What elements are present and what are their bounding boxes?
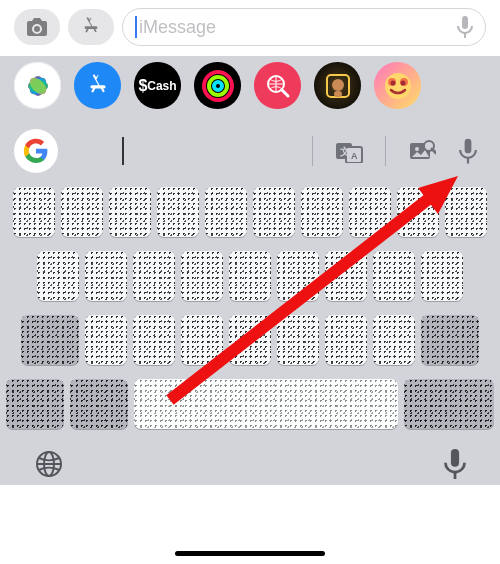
key[interactable] xyxy=(205,187,247,237)
app-drawer-button[interactable] xyxy=(68,9,114,45)
globe-search-icon xyxy=(265,73,291,99)
translate-icon: 文A xyxy=(335,139,363,163)
image-search-icon xyxy=(408,139,436,163)
svg-point-19 xyxy=(388,78,396,86)
gboard-toolbar: 文A xyxy=(0,125,500,181)
key[interactable] xyxy=(277,251,319,301)
gboard-translate-button[interactable]: 文A xyxy=(331,133,367,169)
key[interactable] xyxy=(277,315,319,365)
numbers-key[interactable] xyxy=(6,379,64,429)
google-button[interactable] xyxy=(14,129,58,173)
svg-text:文: 文 xyxy=(339,146,350,157)
key[interactable] xyxy=(373,315,415,365)
key[interactable] xyxy=(85,251,127,301)
app-store-icon xyxy=(80,16,102,38)
app-apple-cash[interactable]: $Cash xyxy=(134,62,181,109)
activity-rings-icon xyxy=(201,69,235,103)
svg-point-26 xyxy=(415,147,419,151)
app-photos[interactable] xyxy=(14,62,61,109)
app-search[interactable] xyxy=(254,62,301,109)
space-key[interactable] xyxy=(134,379,398,429)
gboard-image-search-button[interactable] xyxy=(404,133,440,169)
key[interactable] xyxy=(253,187,295,237)
app-animoji[interactable] xyxy=(374,62,421,109)
key[interactable] xyxy=(61,187,103,237)
toolbar-separator xyxy=(385,136,386,166)
app-memoji[interactable] xyxy=(314,62,361,109)
dictation-button[interactable] xyxy=(444,449,466,483)
globe-button[interactable] xyxy=(34,449,64,483)
toolbar-separator xyxy=(312,136,313,166)
camera-icon xyxy=(25,17,49,37)
svg-line-28 xyxy=(432,149,436,153)
svg-point-9 xyxy=(209,77,227,95)
return-key[interactable] xyxy=(404,379,494,429)
svg-point-16 xyxy=(385,73,411,99)
svg-text:A: A xyxy=(351,151,358,161)
cash-label: Cash xyxy=(147,79,176,93)
appstore-a-icon xyxy=(85,73,111,99)
camera-button[interactable] xyxy=(14,9,60,45)
gboard-mic-button[interactable] xyxy=(450,133,486,169)
svg-point-14 xyxy=(332,79,344,91)
key[interactable] xyxy=(397,187,439,237)
message-input-bar: iMessage xyxy=(0,0,500,56)
app-appstore[interactable] xyxy=(74,62,121,109)
memoji-icon xyxy=(323,71,353,101)
key[interactable] xyxy=(157,187,199,237)
key[interactable] xyxy=(37,251,79,301)
svg-rect-15 xyxy=(334,91,342,97)
key[interactable] xyxy=(109,187,151,237)
keyboard-area: 文A xyxy=(0,119,500,485)
key[interactable] xyxy=(13,187,55,237)
key[interactable] xyxy=(181,251,223,301)
cash-dollar-icon: $ xyxy=(138,77,147,95)
key[interactable] xyxy=(133,315,175,365)
key[interactable] xyxy=(373,251,415,301)
microphone-icon xyxy=(459,138,477,164)
key[interactable] xyxy=(349,187,391,237)
shift-key[interactable] xyxy=(21,315,79,365)
gboard-text-cursor xyxy=(122,137,124,165)
svg-point-10 xyxy=(214,82,222,90)
key[interactable] xyxy=(85,315,127,365)
text-cursor xyxy=(135,16,137,38)
key[interactable] xyxy=(325,251,367,301)
message-text-field[interactable]: iMessage xyxy=(122,8,486,46)
dictation-icon xyxy=(444,449,466,479)
key[interactable] xyxy=(133,251,175,301)
key[interactable] xyxy=(421,251,463,301)
message-placeholder: iMessage xyxy=(139,17,457,38)
imessage-app-strip: $Cash xyxy=(0,56,500,119)
key[interactable] xyxy=(445,187,487,237)
google-g-icon xyxy=(23,138,49,164)
emoji-key[interactable] xyxy=(70,379,128,429)
backspace-key[interactable] xyxy=(421,315,479,365)
mic-icon[interactable] xyxy=(457,16,473,38)
photos-icon xyxy=(22,70,54,102)
home-indicator[interactable] xyxy=(175,551,325,556)
globe-icon xyxy=(34,449,64,479)
key[interactable] xyxy=(325,315,367,365)
svg-point-20 xyxy=(400,78,408,86)
key[interactable] xyxy=(301,187,343,237)
app-activity[interactable] xyxy=(194,62,241,109)
svg-line-12 xyxy=(282,90,288,96)
keyboard-bottom-bar xyxy=(0,443,500,485)
key[interactable] xyxy=(229,315,271,365)
animoji-icon xyxy=(381,69,415,103)
key[interactable] xyxy=(229,251,271,301)
keyboard-keys xyxy=(0,181,500,429)
key[interactable] xyxy=(181,315,223,365)
